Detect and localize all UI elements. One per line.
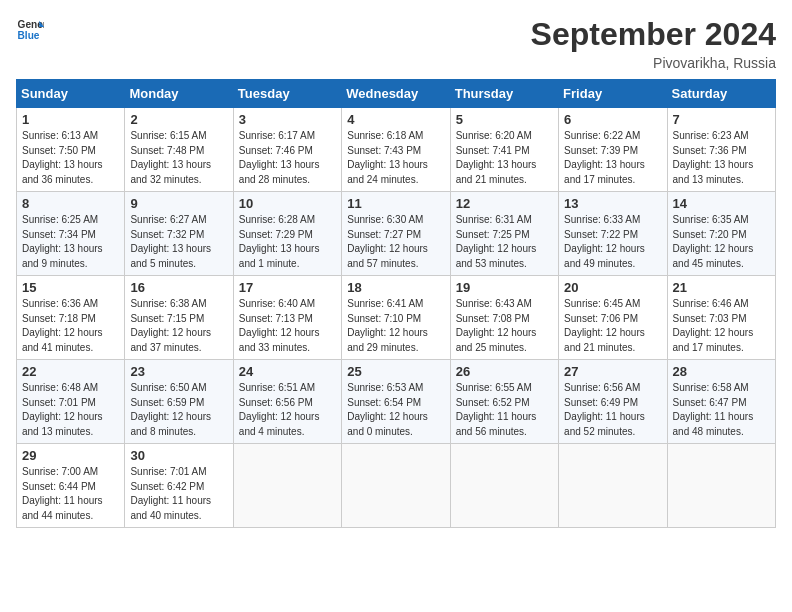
calendar-cell: 25Sunrise: 6:53 AM Sunset: 6:54 PM Dayli… (342, 360, 450, 444)
calendar-cell (450, 444, 558, 528)
day-number: 13 (564, 196, 661, 211)
day-info: Sunrise: 6:13 AM Sunset: 7:50 PM Dayligh… (22, 129, 119, 187)
calendar-cell: 18Sunrise: 6:41 AM Sunset: 7:10 PM Dayli… (342, 276, 450, 360)
calendar-cell: 1Sunrise: 6:13 AM Sunset: 7:50 PM Daylig… (17, 108, 125, 192)
calendar-table: SundayMondayTuesdayWednesdayThursdayFrid… (16, 79, 776, 528)
day-info: Sunrise: 6:40 AM Sunset: 7:13 PM Dayligh… (239, 297, 336, 355)
day-number: 2 (130, 112, 227, 127)
weekday-header-wednesday: Wednesday (342, 80, 450, 108)
day-number: 10 (239, 196, 336, 211)
day-info: Sunrise: 6:25 AM Sunset: 7:34 PM Dayligh… (22, 213, 119, 271)
calendar-cell (559, 444, 667, 528)
calendar-cell: 12Sunrise: 6:31 AM Sunset: 7:25 PM Dayli… (450, 192, 558, 276)
calendar-cell: 28Sunrise: 6:58 AM Sunset: 6:47 PM Dayli… (667, 360, 775, 444)
page-header: General Blue September 2024 Pivovarikha,… (16, 16, 776, 71)
day-number: 25 (347, 364, 444, 379)
calendar-cell: 4Sunrise: 6:18 AM Sunset: 7:43 PM Daylig… (342, 108, 450, 192)
day-info: Sunrise: 6:28 AM Sunset: 7:29 PM Dayligh… (239, 213, 336, 271)
title-block: September 2024 Pivovarikha, Russia (531, 16, 776, 71)
calendar-cell: 13Sunrise: 6:33 AM Sunset: 7:22 PM Dayli… (559, 192, 667, 276)
weekday-header-saturday: Saturday (667, 80, 775, 108)
calendar-cell: 14Sunrise: 6:35 AM Sunset: 7:20 PM Dayli… (667, 192, 775, 276)
day-info: Sunrise: 6:58 AM Sunset: 6:47 PM Dayligh… (673, 381, 770, 439)
day-info: Sunrise: 6:35 AM Sunset: 7:20 PM Dayligh… (673, 213, 770, 271)
day-info: Sunrise: 6:33 AM Sunset: 7:22 PM Dayligh… (564, 213, 661, 271)
calendar-cell: 20Sunrise: 6:45 AM Sunset: 7:06 PM Dayli… (559, 276, 667, 360)
calendar-cell: 26Sunrise: 6:55 AM Sunset: 6:52 PM Dayli… (450, 360, 558, 444)
day-info: Sunrise: 6:38 AM Sunset: 7:15 PM Dayligh… (130, 297, 227, 355)
calendar-cell: 19Sunrise: 6:43 AM Sunset: 7:08 PM Dayli… (450, 276, 558, 360)
calendar-cell: 15Sunrise: 6:36 AM Sunset: 7:18 PM Dayli… (17, 276, 125, 360)
day-number: 24 (239, 364, 336, 379)
calendar-cell: 24Sunrise: 6:51 AM Sunset: 6:56 PM Dayli… (233, 360, 341, 444)
day-number: 1 (22, 112, 119, 127)
month-title: September 2024 (531, 16, 776, 53)
logo: General Blue (16, 16, 44, 44)
location: Pivovarikha, Russia (531, 55, 776, 71)
calendar-cell (233, 444, 341, 528)
calendar-cell: 3Sunrise: 6:17 AM Sunset: 7:46 PM Daylig… (233, 108, 341, 192)
calendar-cell: 11Sunrise: 6:30 AM Sunset: 7:27 PM Dayli… (342, 192, 450, 276)
day-info: Sunrise: 6:43 AM Sunset: 7:08 PM Dayligh… (456, 297, 553, 355)
calendar-cell: 2Sunrise: 6:15 AM Sunset: 7:48 PM Daylig… (125, 108, 233, 192)
calendar-cell: 16Sunrise: 6:38 AM Sunset: 7:15 PM Dayli… (125, 276, 233, 360)
day-number: 12 (456, 196, 553, 211)
day-number: 4 (347, 112, 444, 127)
svg-text:Blue: Blue (18, 30, 40, 41)
day-info: Sunrise: 6:30 AM Sunset: 7:27 PM Dayligh… (347, 213, 444, 271)
day-number: 3 (239, 112, 336, 127)
calendar-week-3: 15Sunrise: 6:36 AM Sunset: 7:18 PM Dayli… (17, 276, 776, 360)
day-number: 26 (456, 364, 553, 379)
day-number: 17 (239, 280, 336, 295)
day-number: 30 (130, 448, 227, 463)
day-number: 23 (130, 364, 227, 379)
calendar-cell: 29Sunrise: 7:00 AM Sunset: 6:44 PM Dayli… (17, 444, 125, 528)
calendar-cell: 22Sunrise: 6:48 AM Sunset: 7:01 PM Dayli… (17, 360, 125, 444)
day-info: Sunrise: 7:01 AM Sunset: 6:42 PM Dayligh… (130, 465, 227, 523)
day-number: 18 (347, 280, 444, 295)
calendar-cell: 30Sunrise: 7:01 AM Sunset: 6:42 PM Dayli… (125, 444, 233, 528)
day-info: Sunrise: 6:45 AM Sunset: 7:06 PM Dayligh… (564, 297, 661, 355)
day-info: Sunrise: 6:20 AM Sunset: 7:41 PM Dayligh… (456, 129, 553, 187)
day-info: Sunrise: 7:00 AM Sunset: 6:44 PM Dayligh… (22, 465, 119, 523)
day-info: Sunrise: 6:23 AM Sunset: 7:36 PM Dayligh… (673, 129, 770, 187)
day-info: Sunrise: 6:41 AM Sunset: 7:10 PM Dayligh… (347, 297, 444, 355)
day-number: 29 (22, 448, 119, 463)
logo-icon: General Blue (16, 16, 44, 44)
day-number: 14 (673, 196, 770, 211)
day-number: 11 (347, 196, 444, 211)
calendar-cell (342, 444, 450, 528)
calendar-cell: 17Sunrise: 6:40 AM Sunset: 7:13 PM Dayli… (233, 276, 341, 360)
weekday-header-sunday: Sunday (17, 80, 125, 108)
weekday-header-tuesday: Tuesday (233, 80, 341, 108)
weekday-header-monday: Monday (125, 80, 233, 108)
day-number: 15 (22, 280, 119, 295)
calendar-cell: 21Sunrise: 6:46 AM Sunset: 7:03 PM Dayli… (667, 276, 775, 360)
calendar-cell: 7Sunrise: 6:23 AM Sunset: 7:36 PM Daylig… (667, 108, 775, 192)
day-number: 16 (130, 280, 227, 295)
calendar-cell: 5Sunrise: 6:20 AM Sunset: 7:41 PM Daylig… (450, 108, 558, 192)
day-info: Sunrise: 6:22 AM Sunset: 7:39 PM Dayligh… (564, 129, 661, 187)
day-info: Sunrise: 6:31 AM Sunset: 7:25 PM Dayligh… (456, 213, 553, 271)
day-number: 7 (673, 112, 770, 127)
calendar-cell: 10Sunrise: 6:28 AM Sunset: 7:29 PM Dayli… (233, 192, 341, 276)
day-number: 21 (673, 280, 770, 295)
day-info: Sunrise: 6:36 AM Sunset: 7:18 PM Dayligh… (22, 297, 119, 355)
day-info: Sunrise: 6:53 AM Sunset: 6:54 PM Dayligh… (347, 381, 444, 439)
day-number: 8 (22, 196, 119, 211)
day-info: Sunrise: 6:51 AM Sunset: 6:56 PM Dayligh… (239, 381, 336, 439)
weekday-header-thursday: Thursday (450, 80, 558, 108)
day-number: 19 (456, 280, 553, 295)
calendar-cell (667, 444, 775, 528)
day-number: 22 (22, 364, 119, 379)
day-info: Sunrise: 6:17 AM Sunset: 7:46 PM Dayligh… (239, 129, 336, 187)
weekday-header-row: SundayMondayTuesdayWednesdayThursdayFrid… (17, 80, 776, 108)
day-number: 27 (564, 364, 661, 379)
day-number: 20 (564, 280, 661, 295)
day-info: Sunrise: 6:18 AM Sunset: 7:43 PM Dayligh… (347, 129, 444, 187)
calendar-cell: 9Sunrise: 6:27 AM Sunset: 7:32 PM Daylig… (125, 192, 233, 276)
calendar-cell: 8Sunrise: 6:25 AM Sunset: 7:34 PM Daylig… (17, 192, 125, 276)
day-info: Sunrise: 6:27 AM Sunset: 7:32 PM Dayligh… (130, 213, 227, 271)
calendar-week-5: 29Sunrise: 7:00 AM Sunset: 6:44 PM Dayli… (17, 444, 776, 528)
day-info: Sunrise: 6:46 AM Sunset: 7:03 PM Dayligh… (673, 297, 770, 355)
